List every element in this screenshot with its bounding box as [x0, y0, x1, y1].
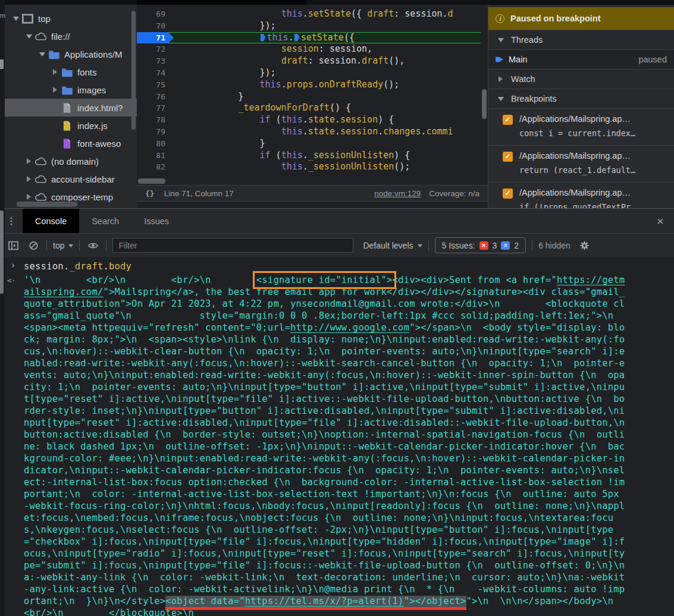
file-tree-item[interactable]: index.js: [5, 117, 137, 134]
line-number[interactable]: 76: [137, 91, 174, 103]
show-console-sidebar-icon[interactable]: [6, 240, 20, 252]
line-number[interactable]: 82: [137, 161, 174, 173]
line-number[interactable]: 74: [137, 67, 174, 79]
breakpoint-item[interactable]: ✓/Applications/Mailspring.ap…return (rea…: [488, 145, 674, 182]
selected-object-tag: "></object>: [404, 596, 466, 610]
create-live-expression-icon[interactable]: [86, 240, 100, 252]
console-settings-gear-icon[interactable]: [578, 240, 592, 252]
line-number[interactable]: 70: [137, 20, 174, 32]
active-line-number-badge[interactable]: 71: [137, 32, 174, 44]
background-window-sliver: m: [0, 0, 5, 616]
code-line-row: 71 this.setState({: [137, 32, 481, 44]
line-number[interactable]: 73: [137, 55, 174, 67]
background-scrollbar-fragment-2: [0, 210, 4, 294]
console-output-line: button:active:disabled {\n border-style:…: [24, 429, 674, 441]
watch-section-header[interactable]: Watch: [488, 69, 674, 89]
breakpoint-checkbox[interactable]: ✓: [503, 115, 513, 125]
source-editor: 69 this.setState({ draft: session.d70 })…: [137, 5, 488, 208]
line-number[interactable]: 80: [137, 138, 174, 150]
breakpoint-file-path: /Applications/Mailspring.ap…: [519, 114, 631, 124]
file-tree-item-label: top: [38, 14, 51, 24]
console-drawer: ⋮ ConsoleSearchIssues × top Default leve…: [0, 208, 674, 616]
file-tree-item[interactable]: account-sidebar: [5, 170, 137, 188]
file-tree-item[interactable]: fonts: [5, 63, 137, 81]
chevron-right-icon[interactable]: [24, 158, 34, 164]
code-line: draft: session.draft(),: [174, 55, 405, 67]
file-tree-item[interactable]: top: [5, 10, 137, 27]
console-input-expression[interactable]: › session._draft.body: [0, 260, 674, 274]
file-tree-item-label: font-aweso: [77, 139, 121, 149]
chevron-right-icon[interactable]: [24, 176, 34, 182]
file-tree-item[interactable]: images: [5, 81, 137, 99]
code-line: this.props.onDraftReady();: [174, 79, 399, 91]
console-toolbar: top Default levels 5 Issues: ✕ 3 ≡ 2 6 h…: [0, 233, 674, 257]
line-number[interactable]: 72: [137, 43, 174, 55]
line-number[interactable]: 81: [137, 150, 174, 162]
code-line: this.setState({: [174, 32, 355, 44]
console-link[interactable]: ailspring.com/: [24, 287, 103, 297]
close-icon[interactable]: ×: [647, 209, 674, 233]
source-mapped-file-link[interactable]: node:vm:129: [374, 189, 421, 198]
breakpoint-checkbox[interactable]: ✓: [503, 152, 513, 162]
chevron-right-icon[interactable]: [24, 194, 34, 200]
chevron-down-icon[interactable]: [24, 34, 34, 39]
threads-section-header[interactable]: Threads: [488, 30, 674, 49]
breakpoint-item[interactable]: ✓/Applications/Mailspring.ap…const i = c…: [488, 108, 674, 145]
chevron-down-icon[interactable]: [37, 52, 47, 56]
file-tree-item[interactable]: index.html?: [5, 99, 137, 117]
tab-issues[interactable]: Issues: [131, 209, 181, 233]
chevron-down-icon[interactable]: [11, 17, 21, 21]
console-output-line: nabled:read-write:-webkit-any(:focus,\n:…: [24, 357, 674, 369]
drawer-tab-bar: ⋮ ConsoleSearchIssues ×: [0, 209, 674, 233]
continue-to-here-marker-icon[interactable]: [261, 34, 266, 42]
thread-item-main[interactable]: Main paused: [488, 49, 674, 69]
file-tree-item[interactable]: (no domain): [5, 152, 137, 170]
file-tree-item[interactable]: font-aweso: [5, 134, 137, 152]
line-number[interactable]: 78: [137, 114, 174, 126]
console-output-line: pe="submit" i]:focus,\ninput[type="file"…: [24, 560, 674, 571]
code-line-row: 79 this.state.session.changes.commi: [137, 126, 481, 138]
console-link[interactable]: http://www.google.com: [290, 322, 409, 333]
continue-to-here-marker-icon[interactable]: [294, 34, 300, 42]
line-number[interactable]: 79: [137, 126, 174, 138]
pretty-print-icon[interactable]: {}: [145, 189, 155, 198]
code-line-row: 77 _teardownForDraft() {: [137, 102, 481, 114]
breakpoints-section-header[interactable]: Breakpoints: [488, 89, 674, 108]
tab-search[interactable]: Search: [79, 209, 131, 233]
tab-console[interactable]: Console: [23, 209, 79, 233]
console-output-line: kground-color: #eee;\n}\ninput:enabled:r…: [24, 452, 674, 464]
cloud-icon: [35, 192, 46, 202]
console-output-line: et:focus,\nembed:focus,\niframe:focus,\n…: [24, 512, 674, 524]
console-link[interactable]: https://getm: [557, 275, 625, 285]
file-icon: [61, 103, 73, 113]
console-output: › session._draft.body <· '\n <br/>\n <br…: [0, 257, 674, 616]
javascript-context-dropdown[interactable]: top: [53, 241, 73, 250]
line-number[interactable]: 75: [137, 79, 174, 91]
file-navigator: topfile://Applications/Mfontsimagesindex…: [5, 5, 137, 208]
chevron-right-icon[interactable]: [50, 87, 60, 93]
file-tree-item[interactable]: file://: [5, 27, 137, 45]
navigator-vertical-scrollbar[interactable]: [131, 11, 136, 130]
debugger-sidebar: i Paused on breakpoint Threads Main paus…: [488, 5, 674, 208]
chevron-right-icon[interactable]: [50, 69, 60, 75]
breakpoint-item[interactable]: ✓/Applications/Mailspring.ap…if (!props.…: [488, 182, 674, 208]
breakpoint-checkbox[interactable]: ✓: [503, 188, 513, 199]
log-levels-dropdown[interactable]: Default levels: [363, 241, 422, 250]
console-output-line: ck; margin: 8px;">\n <span><style>\nlink…: [24, 334, 674, 345]
console-link[interactable]: https://tel.ms/x/?p=alert(1): [245, 596, 404, 610]
editor-horizontal-scrollbar[interactable]: [138, 178, 165, 184]
line-number[interactable]: 77: [137, 102, 174, 114]
file-tree-item[interactable]: Applications/M: [5, 45, 137, 63]
console-filter-input[interactable]: [112, 238, 353, 253]
chevron-down-icon: [496, 38, 506, 42]
navigator-horizontal-scrollbar[interactable]: [17, 202, 77, 207]
cloud-icon: [35, 174, 46, 184]
clear-console-icon[interactable]: [26, 240, 40, 252]
file-tree-item-label: account-sidebar: [51, 174, 115, 184]
window-icon: [22, 14, 33, 24]
issues-counter-button[interactable]: 5 Issues: ✕ 3 ≡ 2: [435, 237, 526, 253]
console-output-line: '\n <br/>\n <br/>\n <signature id="initi…: [24, 274, 674, 286]
editor-vertical-scrollbar[interactable]: [482, 89, 487, 119]
hidden-messages-count[interactable]: 6 hidden: [538, 241, 570, 250]
line-number[interactable]: 69: [137, 8, 174, 20]
